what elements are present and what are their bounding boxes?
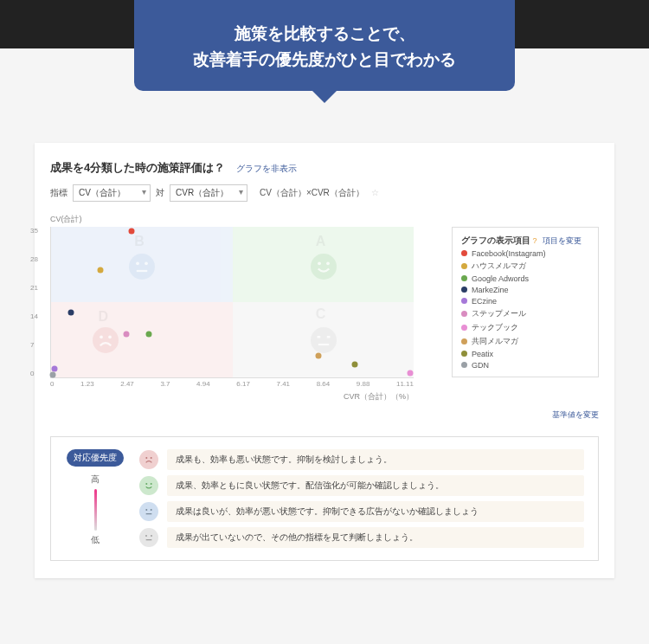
legend-item[interactable]: MarkeZine bbox=[461, 286, 589, 294]
svg-rect-6 bbox=[317, 336, 320, 338]
legend-item[interactable]: GDN bbox=[461, 361, 589, 370]
data-point[interactable] bbox=[129, 228, 135, 234]
legend-label: ハウスメルマガ bbox=[472, 261, 526, 272]
legend-item[interactable]: ECzine bbox=[461, 297, 589, 306]
data-point[interactable] bbox=[51, 365, 57, 371]
legend-item[interactable]: 共同メルマガ bbox=[461, 336, 589, 347]
quadrant-b: B bbox=[51, 227, 233, 302]
metric-label: 指標 bbox=[50, 187, 67, 199]
legend-label: MarkeZine bbox=[472, 286, 509, 294]
data-point[interactable] bbox=[146, 332, 152, 338]
svg-rect-14 bbox=[145, 535, 147, 536]
data-point[interactable] bbox=[316, 352, 322, 358]
legend-dot-icon bbox=[461, 325, 467, 331]
legend-edit-link[interactable]: 項目を変更 bbox=[543, 236, 582, 245]
scatter-plot: B A D C 0714212835 bbox=[50, 227, 414, 378]
svg-point-4 bbox=[100, 336, 103, 339]
hero-banner: 施策を比較することで、 改善着手の優先度がひと目でわかる bbox=[134, 0, 515, 91]
svg-point-3 bbox=[326, 261, 330, 265]
priority-row-text: 成果は良いが、効率が悪い状態です。抑制できる広告がないか確認しましょう bbox=[167, 501, 584, 522]
legend-label: 共同メルマガ bbox=[472, 336, 518, 347]
hero-line2: 改善着手の優先度がひと目でわかる bbox=[151, 47, 498, 73]
priority-row: 成果は良いが、効率が悪い状態です。抑制できる広告がないか確認しましょう bbox=[139, 501, 584, 522]
meh-face-icon bbox=[139, 502, 158, 521]
legend-label: ECzine bbox=[472, 297, 497, 306]
legend-dot-icon bbox=[461, 338, 467, 345]
svg-point-10 bbox=[145, 483, 147, 485]
favorite-star-icon[interactable]: ☆ bbox=[371, 188, 379, 197]
change-baseline-link[interactable]: 基準値を変更 bbox=[50, 409, 599, 421]
y-axis-label: CV(合計) bbox=[50, 214, 599, 225]
priority-row: 成果も、効率も悪い状態です。抑制を検討しましょう。 bbox=[139, 449, 584, 470]
controls-row: 指標 CV（合計） 対 CVR（合計） CV（合計）×CVR（合計） ☆ bbox=[50, 184, 599, 202]
legend-label: Google Adwords bbox=[472, 274, 529, 283]
legend-label: Peatix bbox=[472, 350, 493, 358]
legend-item[interactable]: Google Adwords bbox=[461, 274, 589, 283]
quadrant-d: D bbox=[51, 302, 233, 377]
svg-rect-15 bbox=[151, 535, 152, 536]
priority-row: 成果、効率ともに良い状態です。配信強化が可能か確認しましょう。 bbox=[139, 475, 584, 496]
svg-point-0 bbox=[136, 261, 139, 265]
y-ticks: 0714212835 bbox=[30, 227, 38, 377]
priority-low-label: 低 bbox=[91, 534, 100, 546]
legend-dot-icon bbox=[461, 263, 467, 269]
quadrant-a: A bbox=[233, 227, 414, 302]
priority-row-text: 成果も、効率も悪い状態です。抑制を検討しましょう。 bbox=[167, 449, 584, 470]
legend: グラフの表示項目 ? 項目を変更 Facebook(Instagram)ハウスメ… bbox=[452, 227, 599, 377]
data-point[interactable] bbox=[123, 332, 129, 338]
meh-face-icon bbox=[129, 254, 155, 280]
info-icon: ? bbox=[533, 236, 537, 245]
sad-face-icon bbox=[93, 327, 119, 353]
priority-badge: 対応優先度 bbox=[67, 449, 124, 467]
legend-item[interactable]: Facebook(Instagram) bbox=[461, 249, 589, 258]
analysis-panel: 成果を4分類した時の施策評価は？ グラフを非表示 指標 CV（合計） 対 CVR… bbox=[35, 143, 614, 578]
svg-point-1 bbox=[145, 261, 148, 265]
hero-line1: 施策を比較することで、 bbox=[151, 21, 498, 47]
happy-face-icon bbox=[311, 254, 337, 280]
legend-item[interactable]: Peatix bbox=[461, 350, 589, 358]
svg-point-5 bbox=[108, 336, 112, 339]
x-axis-label: CVR（合計）（%） bbox=[50, 391, 414, 402]
svg-point-8 bbox=[145, 457, 147, 459]
legend-label: GDN bbox=[472, 361, 489, 370]
legend-dot-icon bbox=[461, 311, 467, 317]
flat-face-icon bbox=[311, 327, 337, 353]
quadrant-c: C bbox=[233, 302, 414, 377]
data-point[interactable] bbox=[67, 310, 74, 316]
legend-item[interactable]: ステップメール bbox=[461, 308, 589, 319]
data-point[interactable] bbox=[351, 361, 357, 367]
vs-select[interactable]: CVR（合計） bbox=[170, 184, 247, 202]
metric-select[interactable]: CV（合計） bbox=[73, 184, 151, 202]
legend-dot-icon bbox=[461, 287, 467, 293]
data-point[interactable] bbox=[97, 267, 103, 273]
priority-row-text: 成果が出ていないので、その他の指標を見て判断しましょう。 bbox=[167, 527, 584, 548]
legend-item[interactable]: ハウスメルマガ bbox=[461, 261, 589, 272]
priority-row-text: 成果、効率ともに良い状態です。配信強化が可能か確認しましょう。 bbox=[167, 475, 584, 496]
svg-point-13 bbox=[151, 509, 152, 511]
vs-label: 対 bbox=[156, 187, 164, 199]
legend-title: グラフの表示項目 bbox=[461, 235, 530, 245]
formula-text: CV（合計）×CVR（合計） bbox=[260, 187, 364, 199]
priority-high-label: 高 bbox=[91, 473, 100, 486]
data-point[interactable] bbox=[49, 372, 55, 378]
priority-row: 成果が出ていないので、その他の指標を見て判断しましょう。 bbox=[139, 527, 584, 548]
legend-item[interactable]: テックブック bbox=[461, 322, 589, 333]
legend-dot-icon bbox=[461, 362, 467, 368]
panel-title: 成果を4分類した時の施策評価は？ bbox=[50, 161, 225, 174]
legend-label: Facebook(Instagram) bbox=[472, 249, 546, 258]
legend-dot-icon bbox=[461, 351, 467, 357]
svg-point-9 bbox=[151, 457, 152, 459]
chart-area: B A D C 0714212835 01.232.473.74.946.177… bbox=[50, 227, 440, 402]
svg-point-2 bbox=[318, 261, 321, 265]
priority-scale: 高 低 bbox=[65, 473, 125, 546]
x-ticks: 01.232.473.74.946.177.418.649.8811.11 bbox=[50, 380, 414, 388]
legend-dot-icon bbox=[461, 250, 467, 256]
legend-dot-icon bbox=[461, 275, 467, 281]
data-point[interactable] bbox=[407, 370, 413, 376]
sad-face-icon bbox=[139, 450, 158, 469]
hide-graph-link[interactable]: グラフを非表示 bbox=[236, 164, 297, 173]
legend-dot-icon bbox=[461, 298, 467, 304]
svg-rect-7 bbox=[326, 336, 330, 338]
legend-label: テックブック bbox=[472, 322, 518, 333]
flat-face-icon bbox=[139, 528, 158, 547]
